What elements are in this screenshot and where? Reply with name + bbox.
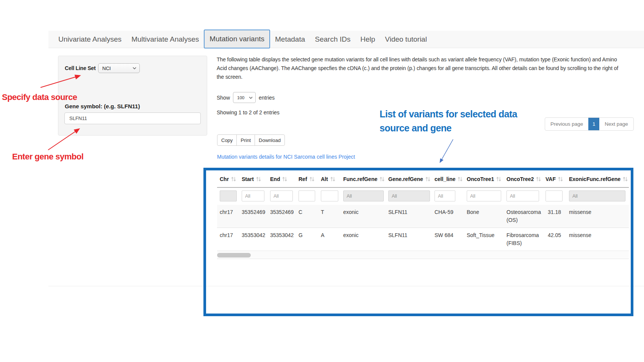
- sort-icon[interactable]: [231, 177, 236, 181]
- col-header-oncotree1[interactable]: OncoTree1: [464, 172, 504, 187]
- chevron-down-icon: [249, 97, 253, 99]
- tab-mutation-variants[interactable]: Mutation variants: [204, 30, 270, 48]
- sort-icon[interactable]: [309, 177, 314, 181]
- chevron-down-icon: [133, 67, 136, 69]
- filter-func-refgene[interactable]: [343, 190, 384, 201]
- sort-icon[interactable]: [380, 177, 385, 181]
- filter-oncotree1[interactable]: [467, 190, 501, 201]
- filter-vaf[interactable]: [546, 190, 563, 201]
- col-header-end[interactable]: End: [267, 172, 296, 187]
- sort-icon[interactable]: [558, 177, 563, 181]
- filter-alt[interactable]: [321, 190, 338, 201]
- previous-page-button[interactable]: Previous page: [545, 118, 588, 130]
- tab-multivariate-analyses[interactable]: Multivariate Analyses: [127, 35, 204, 44]
- pagination: Previous page 1 Next page: [545, 117, 634, 131]
- filter-row: [217, 187, 629, 205]
- col-header-oncotree2[interactable]: OncoTree2: [504, 172, 543, 187]
- show-label: Show: [217, 95, 230, 101]
- cell-line-set-label: Cell Line Set: [65, 65, 98, 71]
- cell-line-set-value: NCI: [102, 66, 111, 71]
- col-header-vaf[interactable]: VAF: [543, 172, 566, 187]
- horizontal-scrollbar[interactable]: [217, 251, 629, 259]
- main-nav: Univariate Analyses Multivariate Analyse…: [48, 31, 644, 48]
- sort-icon[interactable]: [458, 177, 463, 181]
- annotation-enter-gene-symbol: Enter gene symbol: [12, 152, 83, 162]
- col-header-chr[interactable]: Chr: [217, 172, 239, 187]
- filter-start[interactable]: [242, 190, 264, 201]
- page: Univariate Analyses Multivariate Analyse…: [0, 0, 644, 362]
- filter-exonicfunc-refgene[interactable]: [569, 190, 625, 201]
- tab-help[interactable]: Help: [355, 35, 380, 44]
- filter-gene-refgene[interactable]: [388, 190, 430, 201]
- sort-icon[interactable]: [282, 177, 287, 181]
- page-number-1[interactable]: 1: [588, 118, 599, 130]
- tab-video-tutorial[interactable]: Video tutorial: [380, 35, 432, 44]
- col-header-cell-line[interactable]: cell_line: [432, 172, 464, 187]
- sort-icon[interactable]: [623, 177, 628, 181]
- footer-divider: [48, 286, 644, 286]
- col-header-func-refgene[interactable]: Func.refGene: [341, 172, 386, 187]
- variants-table: Chr Start End Ref Alt Func.refGene Gene.…: [217, 172, 629, 251]
- show-entries-control: Show 100 entries: [217, 92, 275, 103]
- export-buttons: Copy Print Download: [217, 134, 285, 146]
- gene-symbol-input[interactable]: [64, 112, 201, 124]
- filter-cell-line[interactable]: [435, 190, 455, 201]
- print-button[interactable]: Print: [236, 134, 255, 146]
- download-button[interactable]: Download: [255, 134, 285, 146]
- gene-symbol-label: Gene symbol: (e.g. SLFN11): [65, 103, 140, 109]
- page-size-select[interactable]: 100: [233, 92, 256, 103]
- sidebar-panel: Cell Line Set NCI Gene symbol: (e.g. SLF…: [58, 56, 207, 136]
- tab-metadata[interactable]: Metadata: [270, 35, 310, 44]
- annotation-specify-data-source: Specify data source: [2, 92, 77, 102]
- tab-univariate-analyses[interactable]: Univariate Analyses: [53, 35, 127, 44]
- col-header-ref[interactable]: Ref: [296, 172, 318, 187]
- blue-arrow-to-table: [440, 139, 453, 162]
- col-header-alt[interactable]: Alt: [318, 172, 341, 187]
- sort-icon[interactable]: [330, 177, 335, 181]
- scrollbar-thumb[interactable]: [217, 253, 251, 257]
- table-description: The following table displays the selecte…: [217, 55, 618, 81]
- cell-line-set-select[interactable]: NCI: [98, 63, 140, 73]
- copy-button[interactable]: Copy: [217, 134, 237, 146]
- header-row: Chr Start End Ref Alt Func.refGene Gene.…: [217, 172, 629, 187]
- col-header-exonicfunc-refgene[interactable]: ExonicFunc.refGene: [566, 172, 629, 187]
- entries-label: entries: [259, 95, 275, 101]
- next-page-button[interactable]: Next page: [599, 118, 633, 130]
- col-header-gene-refgene[interactable]: Gene.refGene: [386, 172, 432, 187]
- filter-oncotree2[interactable]: [506, 190, 539, 201]
- sort-icon[interactable]: [425, 177, 430, 181]
- table-title-link: Mutation variants details for NCI Sarcom…: [217, 154, 355, 160]
- sort-icon[interactable]: [496, 177, 501, 181]
- table-info: Showing 1 to 2 of 2 entries: [217, 109, 280, 115]
- filter-ref[interactable]: [299, 190, 315, 201]
- table-row[interactable]: chr17 35353042 35353042 G A exonic SLFN1…: [217, 228, 629, 251]
- table-row[interactable]: chr17 35352469 35352469 C T exonic SLFN1…: [217, 205, 629, 228]
- tab-search-ids[interactable]: Search IDs: [310, 35, 355, 44]
- sort-icon[interactable]: [256, 177, 261, 181]
- col-header-start[interactable]: Start: [239, 172, 267, 187]
- filter-end[interactable]: [270, 190, 293, 201]
- annotation-list-of-variants: List of variants for selected data sourc…: [380, 107, 517, 135]
- filter-chr[interactable]: [220, 190, 237, 201]
- sort-icon[interactable]: [536, 177, 541, 181]
